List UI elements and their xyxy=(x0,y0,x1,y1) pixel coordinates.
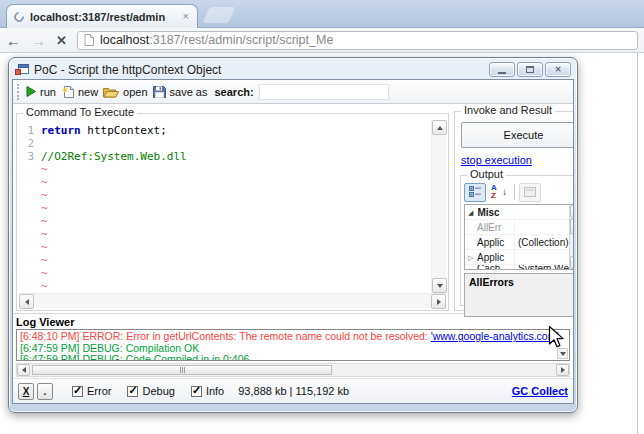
browser-tab-strip: localhost:3187/rest/admin × xyxy=(0,0,644,28)
code-editor[interactable]: 1return httpContext;23//O2Ref:System.Web… xyxy=(19,120,446,308)
close-icon: ✕ xyxy=(555,66,562,74)
close-button[interactable]: ✕ xyxy=(545,62,571,77)
new-document-icon xyxy=(61,85,74,99)
scroll-right-button[interactable] xyxy=(431,294,446,309)
checkbox-icon xyxy=(72,386,83,397)
log-scroll-thumb[interactable] xyxy=(32,365,332,375)
log-scroll-left-button[interactable] xyxy=(17,364,30,376)
forward-button[interactable]: → xyxy=(31,33,46,48)
code-line-empty: ~ xyxy=(19,213,431,226)
code-line-empty: ~ xyxy=(19,278,431,291)
filter-checkbox-debug[interactable]: Debug xyxy=(127,385,174,397)
grid-property-row[interactable]: Applic(Collection) xyxy=(465,235,569,250)
sort-az-icon: AZ↓ xyxy=(491,185,507,200)
page-icon xyxy=(84,34,94,46)
property-grid-rows: ◢MiscAllErrApplic(Collection)▷ApplicCach… xyxy=(465,205,569,270)
property-grid[interactable]: ◢MiscAllErrApplic(Collection)▷ApplicCach… xyxy=(464,204,574,270)
loading-spinner-icon xyxy=(12,9,26,23)
browser-tab[interactable]: localhost:3187/rest/admin × xyxy=(6,4,198,28)
editor-hscrollbar[interactable] xyxy=(19,293,446,308)
browser-toolbar: ← → ✕ localhost:3187/rest/admin/script/s… xyxy=(0,28,644,53)
property-help-title: AllErrors xyxy=(469,276,514,288)
log-entry: [6:48:10 PM] ERROR: Error in getUrlConte… xyxy=(20,331,566,343)
command-group: Command To Execute 1return httpContext;2… xyxy=(16,113,449,311)
stop-loading-button[interactable]: ✕ xyxy=(56,33,67,48)
expand-triangle-icon: ▷ xyxy=(468,250,477,265)
property-grid-toolbar: AZ↓ xyxy=(464,182,574,204)
log-scroll-right-button[interactable] xyxy=(556,364,569,376)
grid-category-row[interactable]: ◢Misc xyxy=(465,205,569,220)
property-value: System.We xyxy=(518,265,569,270)
log-hscrollbar[interactable] xyxy=(16,363,570,377)
code-line-empty: ~ xyxy=(19,200,431,213)
clear-log-button[interactable]: X xyxy=(18,383,34,400)
minimize-button[interactable] xyxy=(489,62,515,77)
toolbar-separator xyxy=(514,184,515,200)
code-line: 1return httpContext; xyxy=(19,122,431,135)
run-icon xyxy=(26,86,36,97)
grid-property-row[interactable]: CachSystem.We xyxy=(465,265,569,270)
maximize-button[interactable] xyxy=(517,62,543,77)
new-label: new xyxy=(78,86,98,98)
editor-vscrollbar[interactable] xyxy=(431,120,446,293)
up-arrow-icon xyxy=(573,210,574,214)
url-path: :3187/rest/admin/script/script_Me xyxy=(149,33,333,47)
save-as-button[interactable]: save as xyxy=(153,85,208,98)
tab-close-button[interactable]: × xyxy=(182,11,190,22)
grid-vscrollbar[interactable] xyxy=(569,205,574,269)
code-line: 3//O2Ref:System.Web.dll xyxy=(19,148,431,161)
scroll-up-button[interactable] xyxy=(432,120,447,135)
stop-execution-link[interactable]: stop execution xyxy=(461,154,574,166)
invoke-group-label: Invoke and Result xyxy=(461,104,555,116)
checkbox-label: Debug xyxy=(142,385,174,397)
address-bar[interactable]: localhost:3187/rest/admin/script/script_… xyxy=(77,31,638,50)
command-group-label: Command To Execute xyxy=(23,106,137,118)
code-line-empty: ~ xyxy=(19,226,431,239)
window-client-area: run new open xyxy=(12,79,574,404)
grid-property-row[interactable]: AllErr xyxy=(465,220,569,235)
grid-scroll-down-button[interactable] xyxy=(570,256,574,269)
code-line-empty: ~ xyxy=(19,239,431,252)
grid-scroll-thumb[interactable] xyxy=(570,219,574,234)
editor-lines[interactable]: 1return httpContext;23//O2Ref:System.Web… xyxy=(19,120,431,293)
left-arrow-icon xyxy=(22,367,26,373)
sort-alphabetical-button[interactable]: AZ↓ xyxy=(488,183,510,202)
invoke-group: Invoke and Result Execute stop execution… xyxy=(454,111,574,311)
grid-scroll-up-button[interactable] xyxy=(570,205,574,218)
execute-button[interactable]: Execute xyxy=(461,122,574,148)
dot-button[interactable]: . xyxy=(37,383,53,400)
property-name: Applic xyxy=(477,250,515,265)
left-arrow-icon xyxy=(25,299,29,305)
output-group-label: Output xyxy=(467,168,506,180)
window-titlebar[interactable]: PoC - Script the httpContext Object ✕ xyxy=(9,58,577,79)
run-label: run xyxy=(40,86,56,98)
filter-checkbox-error[interactable]: Error xyxy=(72,385,111,397)
log-link[interactable]: 'www.google-analytics.com' xyxy=(431,330,559,342)
grid-property-row[interactable]: ▷Applic xyxy=(465,250,569,265)
scroll-down-button[interactable] xyxy=(432,278,447,293)
categorized-button[interactable] xyxy=(464,183,486,202)
search-input[interactable] xyxy=(259,84,389,100)
window-controls: ✕ xyxy=(489,62,571,77)
run-button[interactable]: run xyxy=(26,86,56,98)
memory-usage: 93,888 kb | 115,192 kb xyxy=(238,385,349,397)
up-arrow-icon xyxy=(437,126,443,130)
new-tab-button[interactable] xyxy=(202,7,235,23)
screen: localhost:3187/rest/admin × ← → ✕ localh… xyxy=(0,0,644,434)
filter-checkbox-info[interactable]: Info xyxy=(191,385,224,397)
new-button[interactable]: new xyxy=(61,85,98,99)
gc-collect-link[interactable]: GC Collect xyxy=(512,385,568,397)
scroll-left-button[interactable] xyxy=(19,294,34,309)
mouse-cursor xyxy=(548,325,566,351)
back-button[interactable]: ← xyxy=(6,33,21,48)
right-arrow-icon xyxy=(437,299,441,305)
property-value: (Collection) xyxy=(518,235,569,250)
open-button[interactable]: open xyxy=(103,86,147,98)
checkbox-icon xyxy=(127,386,138,397)
log-box[interactable]: [6:48:10 PM] ERROR: Error in getUrlConte… xyxy=(16,329,570,361)
code-line-empty: ~ xyxy=(19,265,431,278)
down-arrow-icon xyxy=(560,352,566,356)
code-line-empty: ~ xyxy=(19,174,431,187)
log-lines: [6:48:10 PM] ERROR: Error in getUrlConte… xyxy=(20,331,566,361)
property-pages-button[interactable] xyxy=(519,183,541,202)
